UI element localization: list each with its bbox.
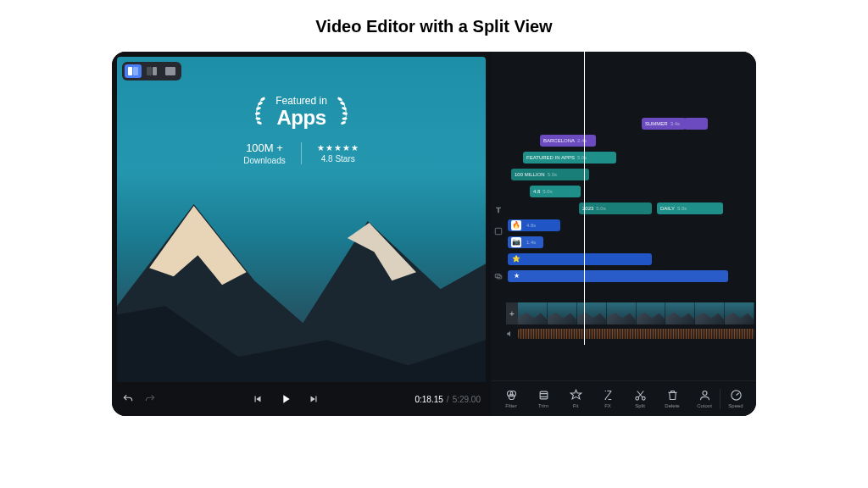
svg-rect-27 xyxy=(540,391,548,399)
timeline-clip[interactable]: 20235.0s xyxy=(579,202,652,214)
timeline-clip[interactable]: 🔥4.8s xyxy=(508,219,560,231)
redo-icon[interactable] xyxy=(144,393,156,405)
split-label: Split xyxy=(635,403,645,408)
speaker-icon xyxy=(506,326,515,341)
thumb[interactable] xyxy=(637,302,666,324)
thumb[interactable] xyxy=(518,302,548,324)
rating-stars-icon: ★★★★★ xyxy=(317,143,359,152)
fx-button[interactable]: FX xyxy=(594,389,621,408)
time-current: 0:18.15 xyxy=(415,395,442,404)
time-separator: / xyxy=(447,395,449,404)
filter-label: Filter xyxy=(505,403,516,408)
audio-waveform[interactable] xyxy=(518,329,754,339)
preview-video[interactable]: Featured in Apps 100M + Downloads ★★★★★ xyxy=(117,57,486,382)
fit-label: Fit xyxy=(573,403,579,408)
tool-divider xyxy=(720,389,721,409)
timeline-clip[interactable]: ★ xyxy=(508,270,728,282)
timeline-clip[interactable]: 4.85.0s xyxy=(530,186,581,197)
mountain-art xyxy=(117,187,486,382)
track-row: 4.85.0s xyxy=(491,184,756,198)
svg-rect-0 xyxy=(128,67,132,75)
svg-rect-2 xyxy=(147,67,152,75)
track-icons xyxy=(494,116,503,277)
fit-button[interactable]: Fit xyxy=(562,389,589,408)
track-row: 20235.0sDAILY5.0s xyxy=(491,201,756,215)
track-row: FEATURED IN APPS5.0s xyxy=(491,150,756,164)
delete-label: Delete xyxy=(665,403,679,408)
cutout-button[interactable]: Cutout xyxy=(691,389,718,408)
thumb[interactable] xyxy=(665,302,695,324)
downloads-label: Downloads xyxy=(243,156,285,165)
play-icon[interactable] xyxy=(279,392,292,406)
app-window: Featured in Apps 100M + Downloads ★★★★★ xyxy=(112,52,756,416)
clip-duration: 5.0s xyxy=(548,172,557,177)
timeline-clip[interactable]: 📷1.4s xyxy=(508,236,543,248)
timeline-clip[interactable]: FEATURED IN APPS5.0s xyxy=(523,152,616,164)
add-clip-button[interactable]: + xyxy=(506,302,518,324)
svg-point-18 xyxy=(342,112,348,115)
clip-duration: 4.8s xyxy=(526,223,536,228)
thumb[interactable] xyxy=(548,302,577,324)
preview-panel: Featured in Apps 100M + Downloads ★★★★★ xyxy=(112,52,491,416)
fx-label: FX xyxy=(604,403,611,408)
timeline-panel: SUMMER3.4sBARCELONA2.4sFEATURED IN APPS5… xyxy=(491,52,756,416)
undo-icon[interactable] xyxy=(122,393,134,405)
thumb[interactable] xyxy=(577,302,607,324)
sticker-track-icon xyxy=(494,224,503,232)
trim-label: Trim xyxy=(538,403,548,408)
svg-point-25 xyxy=(510,391,515,396)
track-row: ★ xyxy=(491,269,756,283)
thumb[interactable] xyxy=(607,302,637,324)
featured-apps-label: Apps xyxy=(275,107,327,129)
thumb[interactable] xyxy=(695,302,725,324)
timeline-clip[interactable] xyxy=(684,118,708,130)
track-row: ⭐ xyxy=(491,252,756,266)
speed-label: Speed xyxy=(728,403,743,408)
delete-button[interactable]: Delete xyxy=(659,389,686,408)
clip-duration: 5.0s xyxy=(577,155,587,160)
playback-bar: 0:18.15 / 5:29.00 xyxy=(112,382,491,416)
page-title: Video Editor with a Split View xyxy=(315,17,552,36)
split-button[interactable]: Split xyxy=(626,389,654,408)
timeline-clip[interactable]: SUMMER3.4s xyxy=(642,118,686,130)
tool-bar: FilterTrimFitFXSplitDeleteCutout Speed xyxy=(491,380,756,416)
svg-rect-23 xyxy=(497,275,501,279)
prev-frame-icon[interactable] xyxy=(252,393,264,405)
svg-rect-4 xyxy=(165,67,175,75)
track-row: 🔥4.8s xyxy=(491,218,756,232)
timeline-clip[interactable]: DAILY5.0s xyxy=(657,202,723,214)
clip-label: 4.8 xyxy=(533,189,540,194)
playhead[interactable] xyxy=(584,52,585,345)
speed-button[interactable]: Speed xyxy=(722,389,749,408)
timeline-clip[interactable]: ⭐ xyxy=(508,253,652,265)
text-track-icon xyxy=(494,202,503,211)
timeline-clip[interactable]: BARCELONA2.4s xyxy=(540,135,596,147)
clip-label: FEATURED IN APPS xyxy=(526,155,575,160)
svg-point-13 xyxy=(256,117,261,120)
audio-track[interactable] xyxy=(506,328,754,340)
thumb[interactable] xyxy=(725,302,754,324)
timeline-clip[interactable]: 100 MILLION5.0s xyxy=(511,169,589,180)
clip-label: DAILY xyxy=(660,206,675,211)
time-total: 5:29.00 xyxy=(453,395,481,404)
video-thumb-strip[interactable]: + xyxy=(506,302,754,324)
overlay-track-icon xyxy=(494,269,503,277)
trim-button[interactable]: Trim xyxy=(530,389,557,408)
timeline-canvas[interactable]: SUMMER3.4sBARCELONA2.4sFEATURED IN APPS5… xyxy=(491,52,756,380)
view-mode-split-right[interactable] xyxy=(143,64,160,78)
rating-value: 4.8 Stars xyxy=(317,154,359,164)
view-mode-split-left[interactable] xyxy=(125,64,142,78)
view-mode-full[interactable] xyxy=(162,64,179,78)
downloads-value: 100M + xyxy=(243,141,285,154)
laurel-left-icon xyxy=(248,94,270,131)
clip-duration: 3.4s xyxy=(670,121,680,126)
next-frame-icon[interactable] xyxy=(308,393,320,405)
track-row: 📷1.4s xyxy=(491,235,756,249)
clip-duration: 5.0s xyxy=(677,206,687,211)
clip-duration: 5.0s xyxy=(542,189,552,194)
svg-point-12 xyxy=(255,112,260,115)
stat-divider xyxy=(301,142,302,164)
filter-button[interactable]: Filter xyxy=(498,389,525,408)
clip-duration: 1.4s xyxy=(526,240,536,245)
overlay-content: Featured in Apps 100M + Downloads ★★★★★ xyxy=(117,94,486,165)
